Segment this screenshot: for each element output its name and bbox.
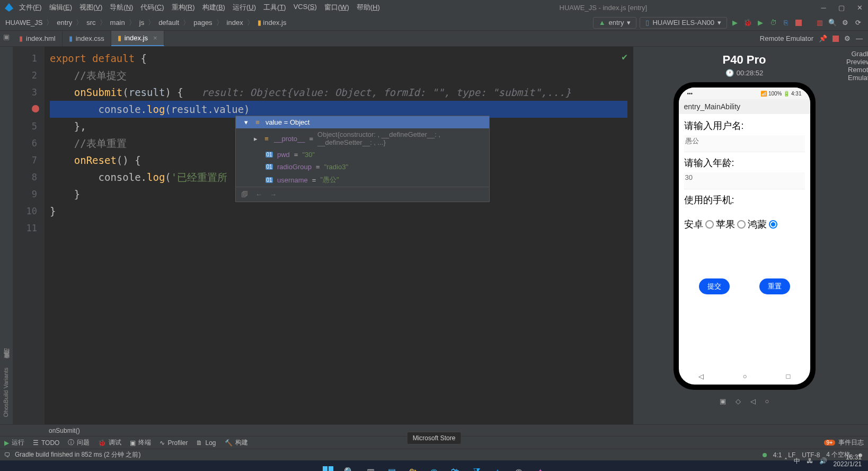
menu-代码[interactable]: 代码(C) bbox=[140, 3, 164, 12]
log-tab[interactable]: 🗎Log bbox=[196, 439, 216, 447]
line-number[interactable]: 10 bbox=[13, 203, 45, 220]
menu-文件[interactable]: 文件(F) bbox=[19, 3, 42, 12]
explorer-icon[interactable]: 🗀 bbox=[405, 464, 420, 471]
network-icon[interactable]: 🖧 bbox=[807, 457, 813, 465]
project-tool-button[interactable]: ▣ bbox=[0, 31, 13, 46]
code-area[interactable]: ✔ export default { //表单提交 onSubmit(resul… bbox=[45, 47, 633, 424]
taskview-icon[interactable]: ▥ bbox=[363, 464, 378, 471]
line-number[interactable]: 8 bbox=[13, 169, 45, 186]
vscode-icon[interactable]: ⧩ bbox=[469, 464, 484, 471]
debug-button[interactable]: 🐞 bbox=[743, 18, 752, 28]
widgets-icon[interactable]: ▤ bbox=[384, 464, 399, 471]
tab-index.css[interactable]: ▮index.css bbox=[63, 31, 111, 46]
debug-value-row[interactable]: 01 pwd = "30" bbox=[236, 149, 489, 161]
menu-重构[interactable]: 重构(R) bbox=[172, 3, 195, 12]
profiler-tab[interactable]: ∿Profiler bbox=[160, 439, 188, 447]
debug-value-row[interactable]: 01 username = "愚公" bbox=[236, 173, 489, 187]
settings-icon[interactable]: ⚙ bbox=[840, 18, 850, 28]
minimize-button[interactable]: ─ bbox=[819, 3, 828, 12]
code-line[interactable]: } bbox=[50, 203, 627, 220]
menu-视图[interactable]: 视图(V) bbox=[79, 3, 102, 12]
panel-hide-icon[interactable]: — bbox=[856, 34, 863, 42]
device-combo[interactable]: ▯HUAWEI ELS-AN00▾ bbox=[640, 17, 727, 29]
remote-emulator-tool[interactable]: Remote Emulator bbox=[848, 66, 868, 82]
debug-value-row[interactable]: ▸≡ __proto__ = Object{constructor: , __d… bbox=[236, 128, 489, 149]
events-log-tab[interactable]: 事件日志 bbox=[838, 438, 864, 447]
submit-button[interactable]: 提交 bbox=[699, 278, 730, 294]
system-tray[interactable]: ˄ 中 🖧 🔊 16:31 2022/1/21 bbox=[784, 454, 862, 468]
stop-button[interactable] bbox=[794, 18, 803, 28]
radio-苹果[interactable] bbox=[737, 220, 746, 229]
line-number[interactable]: 4 bbox=[13, 101, 45, 118]
menu-帮助[interactable]: 帮助(H) bbox=[357, 3, 380, 12]
breadcrumb-item[interactable]: default bbox=[158, 19, 179, 27]
nav-recent-icon[interactable]: □ bbox=[786, 372, 791, 380]
radio-鸿蒙[interactable] bbox=[769, 220, 777, 229]
em-back-icon[interactable]: ◁ bbox=[750, 397, 756, 405]
tab-index.js[interactable]: ▮index.js× bbox=[111, 31, 164, 46]
input-age[interactable]: 30 bbox=[684, 172, 805, 189]
line-number[interactable]: 11 bbox=[13, 220, 45, 237]
line-number[interactable]: 7 bbox=[13, 152, 45, 169]
rotate-icon[interactable]: ◇ bbox=[736, 397, 741, 405]
tab-index.hml[interactable]: ▮index.hml bbox=[13, 31, 63, 46]
radio-group-phone[interactable]: 安卓苹果鸿蒙 bbox=[684, 218, 805, 231]
breadcrumb-item[interactable]: main bbox=[110, 19, 125, 27]
menu-编辑[interactable]: 编辑(E) bbox=[49, 3, 72, 12]
line-number[interactable]: 1 bbox=[13, 50, 45, 67]
panel-settings-icon[interactable]: ⚙ bbox=[844, 34, 851, 42]
caret-position[interactable]: 4:1 bbox=[773, 451, 782, 459]
breadcrumb-item[interactable]: entry bbox=[57, 19, 72, 27]
expand-icon[interactable]: ▸ bbox=[253, 135, 259, 143]
line-number[interactable]: 6 bbox=[13, 135, 45, 152]
run-tab[interactable]: ▶运行 bbox=[4, 438, 24, 447]
phone-navbar[interactable]: ◁ ○ □ bbox=[679, 368, 810, 385]
code-line[interactable]: onSubmit(result) { result: Object{value:… bbox=[50, 84, 627, 101]
maximize-button[interactable]: ▢ bbox=[837, 3, 846, 12]
chrome-icon[interactable]: ◉ bbox=[511, 464, 526, 471]
nav-forward-icon[interactable]: → bbox=[270, 190, 277, 198]
debug-value-row[interactable]: 01 radioGroup = "radio3" bbox=[236, 161, 489, 173]
volume-icon[interactable]: 🔊 bbox=[819, 457, 827, 465]
menu-VCS[interactable]: VCS(S) bbox=[294, 3, 317, 12]
pin-icon[interactable]: 📌 bbox=[819, 34, 827, 42]
attach-button[interactable]: ⎘ bbox=[781, 18, 791, 28]
menu-窗口[interactable]: 窗口(W) bbox=[324, 3, 349, 12]
menu-导航[interactable]: 导航(N) bbox=[110, 3, 133, 12]
gradle-tool[interactable]: Gradle bbox=[851, 50, 868, 58]
breadcrumb-item[interactable]: js bbox=[139, 19, 144, 27]
search-icon[interactable]: 🔍 bbox=[828, 18, 837, 28]
coverage-button[interactable]: ▶ bbox=[756, 18, 765, 28]
line-number[interactable]: 2 bbox=[13, 67, 45, 84]
edge-icon[interactable]: ◉ bbox=[427, 464, 441, 471]
avd-icon[interactable]: ▥ bbox=[815, 18, 825, 28]
breadcrumb-item[interactable]: HUAWE_JS bbox=[5, 19, 42, 27]
radio-安卓[interactable] bbox=[705, 220, 714, 229]
debug-tab[interactable]: 🐞调试 bbox=[98, 438, 121, 447]
breadcrumb-item[interactable]: pages bbox=[193, 19, 212, 27]
code-line[interactable] bbox=[50, 220, 627, 237]
todo-tab[interactable]: ☰TODO bbox=[33, 439, 59, 447]
run-module-combo[interactable]: ▲entry▾ bbox=[593, 17, 637, 29]
phone-body[interactable]: 请输入用户名: 愚公 请输入年龄: 30 使用的手机: 安卓苹果鸿蒙 提交 重置 bbox=[679, 114, 810, 368]
panel-stop-icon[interactable] bbox=[832, 36, 839, 42]
line-number[interactable]: 9 bbox=[13, 186, 45, 203]
build-tab[interactable]: 🔨构建 bbox=[225, 438, 248, 447]
em-home-icon[interactable]: ○ bbox=[765, 397, 769, 405]
notifications-icon[interactable]: 🗨 bbox=[4, 451, 11, 459]
run-button[interactable]: ▶ bbox=[730, 18, 740, 28]
menu-工具[interactable]: 工具(T) bbox=[263, 3, 286, 12]
breadcrumb-item[interactable]: index bbox=[227, 19, 243, 27]
sync-icon[interactable]: ⟳ bbox=[853, 18, 863, 28]
profile-button[interactable]: ⏱ bbox=[768, 18, 778, 28]
menu-运行[interactable]: 运行(U) bbox=[233, 3, 256, 12]
debug-value-popup[interactable]: ▾ ≡ value = Object ▸≡ __proto__ = Object… bbox=[235, 116, 490, 202]
tray-date[interactable]: 2022/1/21 bbox=[834, 461, 862, 468]
nav-home-icon[interactable]: ○ bbox=[743, 372, 747, 380]
code-line[interactable]: //表单提交 bbox=[50, 67, 627, 84]
nav-back-icon[interactable]: ← bbox=[255, 190, 262, 198]
variants-tool[interactable]: OhosBuild Variants bbox=[3, 368, 9, 417]
menu-构建[interactable]: 构建(B) bbox=[202, 3, 225, 12]
tray-expand-icon[interactable]: ˄ bbox=[784, 457, 787, 465]
nav-back-icon[interactable]: ◁ bbox=[698, 372, 704, 380]
